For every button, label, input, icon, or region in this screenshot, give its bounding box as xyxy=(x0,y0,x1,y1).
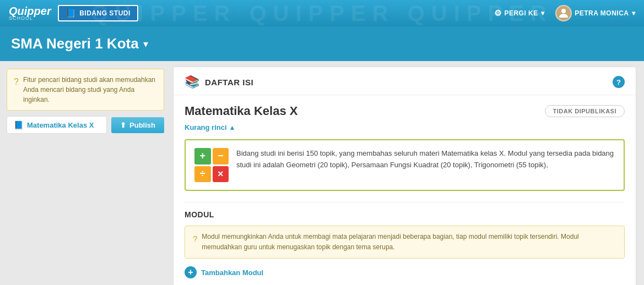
description-box: + − ÷ × Bidang studi ini berisi 150 topi… xyxy=(185,139,625,191)
main-layout: ? Fitur pencari bidang studi akan memuda… xyxy=(0,61,644,285)
math-plus-icon: + xyxy=(194,148,211,165)
logo-school: SCHOOL xyxy=(9,15,33,21)
content-area: 📚 DAFTAR ISI ? Matematika Kelas X TIDAK … xyxy=(173,67,636,285)
sidebar-subject-button[interactable]: 📘 Matematika Kelas X xyxy=(7,116,107,134)
pergi-ke-button[interactable]: ⚙ PERGI KE ▾ xyxy=(494,8,544,18)
tip-help-icon: ? xyxy=(14,75,19,89)
avatar xyxy=(555,5,572,21)
status-badge: TIDAK DIPUBLIKASI xyxy=(545,105,625,117)
school-chevron-icon[interactable]: ▾ xyxy=(143,38,148,50)
sidebar-subject-label: Matematika Kelas X xyxy=(27,121,94,129)
logo: Quipper SCHOOL xyxy=(9,6,51,21)
subject-title: Matematika Kelas X xyxy=(185,104,297,118)
publish-label: Publish xyxy=(129,121,155,129)
sidebar: ? Fitur pencari bidang studi akan memuda… xyxy=(0,61,171,285)
subject-title-row: Matematika Kelas X TIDAK DIPUBLIKASI xyxy=(185,104,625,118)
sidebar-book-icon: 📘 xyxy=(14,120,23,129)
gear-icon: ⚙ xyxy=(494,8,502,18)
chevron-down-icon: ▾ xyxy=(541,9,545,17)
logo-text: Quipper xyxy=(9,6,51,17)
user-chevron-icon: ▾ xyxy=(632,9,636,17)
modul-tip-box: ? Modul memungkinkan Anda untuk membagi … xyxy=(185,226,625,259)
help-circle-button[interactable]: ? xyxy=(613,76,625,88)
content-body: Matematika Kelas X TIDAK DIPUBLIKASI Kur… xyxy=(174,95,636,285)
add-modul-label: Tambahkan Modul xyxy=(201,268,263,277)
modul-tip-icon: ? xyxy=(193,232,197,245)
upload-icon: ⬆ xyxy=(120,121,126,129)
sidebar-subject-row: 📘 Matematika Kelas X ⬆ Publish xyxy=(7,116,164,134)
bidang-studi-label: BIDANG STUDI xyxy=(79,9,131,17)
book-nav-icon: 📘 xyxy=(66,8,77,18)
subtitle-bar: SMA Negeri 1 Kota ▾ xyxy=(0,26,644,61)
avatar-icon xyxy=(557,7,570,20)
modul-tip-text: Modul memungkinkan Anda untuk membagi ma… xyxy=(202,232,616,253)
toggle-row[interactable]: Kurang rinci ▴ xyxy=(185,123,625,131)
bidang-studi-button[interactable]: 📘 BIDANG STUDI xyxy=(58,5,138,21)
user-name-label: PETRA MONICA xyxy=(575,9,629,17)
publish-button[interactable]: ⬆ Publish xyxy=(111,117,164,133)
toggle-chevron-icon: ▴ xyxy=(230,123,234,131)
math-minus-icon: − xyxy=(213,148,229,165)
description-text: Bidang studi ini berisi 150 topik, yang … xyxy=(236,148,615,182)
top-nav: QUIPPER QUIPPER QUIPPER Quipper SCHOOL 📘… xyxy=(0,0,644,26)
section-divider xyxy=(185,202,625,202)
content-header: 📚 DAFTAR ISI ? xyxy=(174,67,636,95)
nav-right: ⚙ PERGI KE ▾ PETRA MONICA ▾ xyxy=(494,5,635,21)
add-modul-icon: + xyxy=(185,266,197,278)
pergi-ke-label: PERGI KE xyxy=(504,9,538,17)
math-icon-grid: + − ÷ × xyxy=(194,148,229,182)
school-name-title: SMA Negeri 1 Kota xyxy=(11,35,139,52)
modul-section-title: MODUL xyxy=(185,210,625,219)
user-menu-button[interactable]: PETRA MONICA ▾ xyxy=(555,5,635,21)
daftar-isi-title: DAFTAR ISI xyxy=(205,78,253,87)
tip-text: Fitur pencari bidang studi akan memudahk… xyxy=(23,75,157,105)
add-modul-button[interactable]: + Tambahkan Modul xyxy=(185,266,625,278)
tip-box: ? Fitur pencari bidang studi akan memuda… xyxy=(7,69,164,111)
math-div-icon: ÷ xyxy=(194,166,211,183)
toggle-label: Kurang rinci xyxy=(185,123,227,131)
svg-point-0 xyxy=(561,9,566,13)
math-times-icon: × xyxy=(213,166,229,183)
daftar-isi-icon: 📚 xyxy=(185,75,199,89)
